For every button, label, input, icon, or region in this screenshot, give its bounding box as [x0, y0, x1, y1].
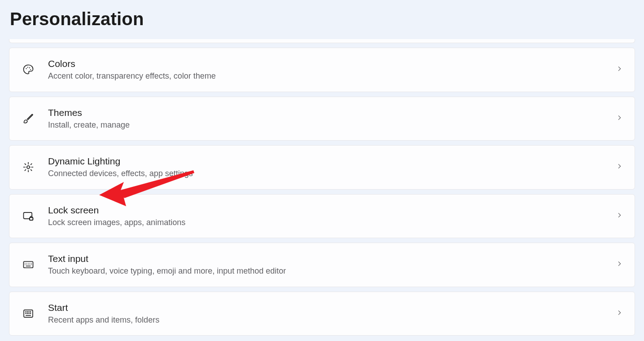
svg-rect-39	[25, 313, 26, 314]
settings-item-title: Dynamic Lighting	[48, 155, 609, 167]
svg-point-4	[27, 166, 30, 168]
svg-rect-38	[30, 311, 31, 312]
svg-point-0	[26, 68, 27, 69]
svg-line-12	[25, 170, 26, 171]
settings-item-lock-screen[interactable]: Lock screen Lock screen images, apps, an…	[9, 194, 635, 239]
chevron-right-icon	[616, 212, 623, 221]
settings-item-title: Start	[48, 302, 609, 314]
previous-card-peek	[9, 39, 635, 43]
svg-rect-18	[30, 217, 33, 220]
settings-item-title: Text input	[48, 253, 609, 265]
settings-item-subtitle: Connected devices, effects, app settings	[48, 168, 609, 179]
svg-rect-34	[24, 310, 33, 317]
svg-point-14	[28, 169, 28, 170]
svg-rect-41	[28, 313, 29, 314]
settings-item-subtitle: Install, create, manage	[48, 120, 609, 130]
settings-item-subtitle: Recent apps and items, folders	[48, 314, 609, 325]
palette-icon	[21, 62, 35, 77]
chevron-right-icon	[616, 114, 623, 123]
chevron-right-icon	[616, 260, 623, 269]
svg-rect-35	[25, 311, 26, 312]
settings-item-subtitle: Accent color, transparency effects, colo…	[48, 71, 609, 81]
chevron-right-icon	[616, 65, 623, 74]
svg-rect-40	[27, 313, 28, 314]
svg-point-16	[31, 167, 31, 168]
settings-item-title: Lock screen	[48, 204, 609, 216]
svg-line-10	[31, 170, 32, 171]
settings-item-start[interactable]: Start Recent apps and items, folders	[9, 292, 635, 336]
lock-screen-icon	[21, 209, 35, 223]
settings-item-dynamic-lighting[interactable]: Dynamic Lighting Connected devices, effe…	[9, 145, 635, 190]
keyboard-icon	[21, 257, 35, 272]
svg-point-13	[28, 164, 28, 165]
chevron-right-icon	[616, 309, 623, 318]
page-title: Personalization	[10, 9, 635, 29]
svg-point-2	[29, 67, 30, 68]
chevron-right-icon	[616, 163, 623, 172]
svg-rect-36	[27, 311, 28, 312]
svg-line-11	[31, 164, 32, 165]
settings-item-subtitle: Touch keyboard, voice typing, emoji and …	[48, 266, 609, 276]
start-grid-icon	[21, 306, 35, 321]
settings-item-title: Colors	[48, 58, 609, 70]
settings-item-colors[interactable]: Colors Accent color, transparency effect…	[9, 48, 635, 92]
svg-rect-37	[28, 311, 29, 312]
settings-item-text-input[interactable]: Text input Touch keyboard, voice typing,…	[9, 243, 635, 287]
svg-point-3	[30, 69, 31, 70]
settings-item-title: Themes	[48, 107, 609, 119]
svg-point-1	[27, 67, 28, 68]
sparkle-icon	[21, 160, 35, 174]
svg-line-9	[25, 164, 26, 165]
brush-icon	[21, 111, 35, 126]
settings-item-themes[interactable]: Themes Install, create, manage	[9, 97, 635, 141]
settings-item-subtitle: Lock screen images, apps, animations	[48, 217, 609, 228]
svg-point-15	[26, 167, 26, 168]
svg-rect-42	[30, 313, 31, 314]
